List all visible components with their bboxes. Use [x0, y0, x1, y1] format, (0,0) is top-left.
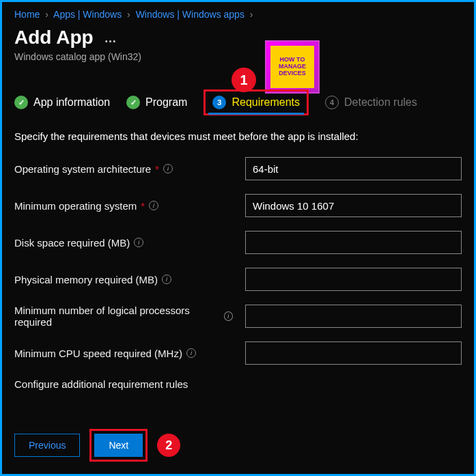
- info-icon[interactable]: i: [134, 238, 143, 247]
- info-icon[interactable]: i: [224, 311, 233, 321]
- label-os-architecture: Operating system architecture * i: [14, 163, 233, 175]
- breadcrumb-link[interactable]: Home: [14, 9, 40, 20]
- required-icon: *: [141, 200, 145, 212]
- chevron-right-icon: ›: [45, 9, 48, 20]
- label-logical-processors: Minimum number of logical processors req…: [14, 305, 233, 328]
- step-number-icon: 3: [212, 96, 226, 109]
- page-title: Add App …: [14, 27, 462, 48]
- input-disk-space[interactable]: [245, 231, 462, 254]
- label-physical-memory: Physical memory required (MB) i: [14, 274, 233, 285]
- check-icon: ✓: [126, 96, 140, 109]
- next-button[interactable]: Next: [94, 434, 143, 457]
- input-cpu-speed[interactable]: [245, 341, 462, 365]
- step-app-information[interactable]: ✓ App information: [14, 96, 110, 109]
- chevron-right-icon: ›: [250, 9, 253, 20]
- annotation-callout-1: 1: [232, 68, 256, 92]
- input-min-os[interactable]: [245, 194, 462, 217]
- brand-logo: HOW TO MANAGE DEVICES: [265, 40, 320, 94]
- breadcrumb-link[interactable]: Windows | Windows apps: [136, 9, 244, 20]
- info-icon[interactable]: i: [163, 164, 173, 173]
- check-icon: ✓: [14, 96, 28, 109]
- wizard-steps: ✓ App information ✓ Program 3 Requiremen…: [14, 89, 462, 115]
- info-icon[interactable]: i: [186, 348, 196, 358]
- chevron-right-icon: ›: [127, 9, 130, 20]
- input-logical-processors[interactable]: [245, 305, 462, 328]
- label-cpu-speed: Minimum CPU speed required (MHz) i: [14, 348, 233, 359]
- step-number-icon: 4: [325, 96, 339, 109]
- label-additional-rules: Configure additional requirement rules: [14, 378, 462, 390]
- page-subtitle: Windows catalog app (Win32): [14, 51, 462, 62]
- breadcrumb-link[interactable]: Apps | Windows: [53, 9, 122, 20]
- section-description: Specify the requirements that devices mu…: [14, 130, 462, 142]
- info-icon[interactable]: i: [149, 201, 158, 210]
- label-min-os: Minimum operating system * i: [14, 200, 233, 212]
- step-detection-rules: 4 Detection rules: [325, 96, 417, 109]
- step-program[interactable]: ✓ Program: [126, 96, 187, 109]
- previous-button[interactable]: Previous: [14, 434, 80, 457]
- input-os-architecture[interactable]: [245, 157, 462, 180]
- breadcrumb: Home › Apps | Windows › Windows | Window…: [14, 9, 462, 20]
- required-icon: *: [155, 163, 159, 175]
- info-icon[interactable]: i: [162, 275, 171, 284]
- label-disk-space: Disk space required (MB) i: [14, 237, 233, 249]
- annotation-callout-2: 2: [157, 434, 180, 457]
- step-requirements[interactable]: 3 Requirements: [212, 96, 300, 109]
- more-icon[interactable]: …: [104, 31, 116, 45]
- input-physical-memory[interactable]: [245, 268, 462, 291]
